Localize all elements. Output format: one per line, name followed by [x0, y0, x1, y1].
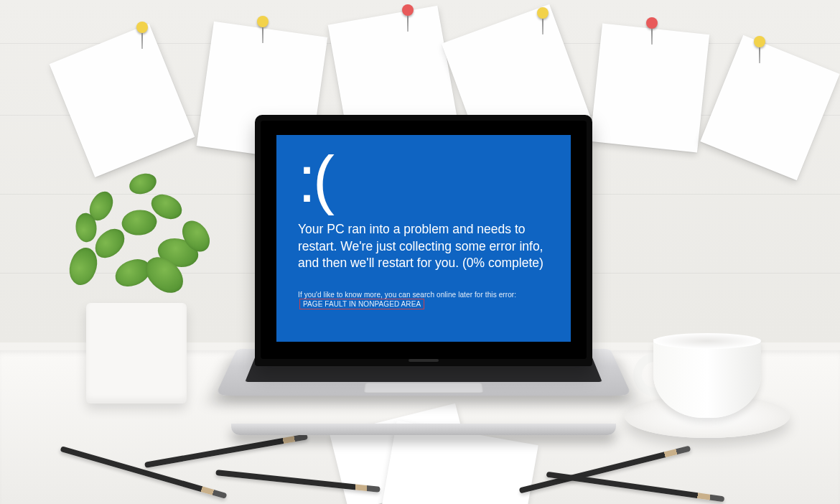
scene: :( Your PC ran into a problem and needs …	[0, 0, 840, 504]
laptop-lid: :( Your PC ran into a problem and needs …	[255, 115, 592, 366]
push-pin-icon	[646, 17, 658, 29]
laptop-screen: :( Your PC ran into a problem and needs …	[276, 135, 571, 342]
bsod-error-code: PAGE FAULT IN NONPAGED AREA	[299, 299, 424, 309]
bsod-screen: :( Your PC ran into a problem and needs …	[276, 135, 571, 342]
laptop-brand-mark	[409, 359, 439, 362]
push-pin-icon	[754, 36, 765, 47]
bsod-hint: If you'd like to know more, you can sear…	[298, 291, 551, 309]
bsod-sad-face-icon: :(	[298, 154, 551, 205]
laptop-trackpad	[364, 383, 483, 393]
bsod-message: Your PC ran into a problem and needs to …	[298, 221, 551, 272]
laptop: :( Your PC ran into a problem and needs …	[237, 115, 610, 452]
pinned-note	[700, 35, 839, 181]
push-pin-icon	[257, 16, 269, 27]
push-pin-icon	[537, 7, 549, 19]
bsod-hint-prefix: If you'd like to know more, you can sear…	[298, 291, 516, 299]
laptop-bezel: :( Your PC ran into a problem and needs …	[261, 121, 587, 359]
plant-pot	[86, 303, 187, 403]
push-pin-icon	[402, 4, 414, 16]
push-pin-icon	[136, 22, 148, 33]
laptop-front-edge	[231, 424, 616, 435]
coffee-cup	[653, 339, 761, 418]
plant	[50, 152, 223, 310]
